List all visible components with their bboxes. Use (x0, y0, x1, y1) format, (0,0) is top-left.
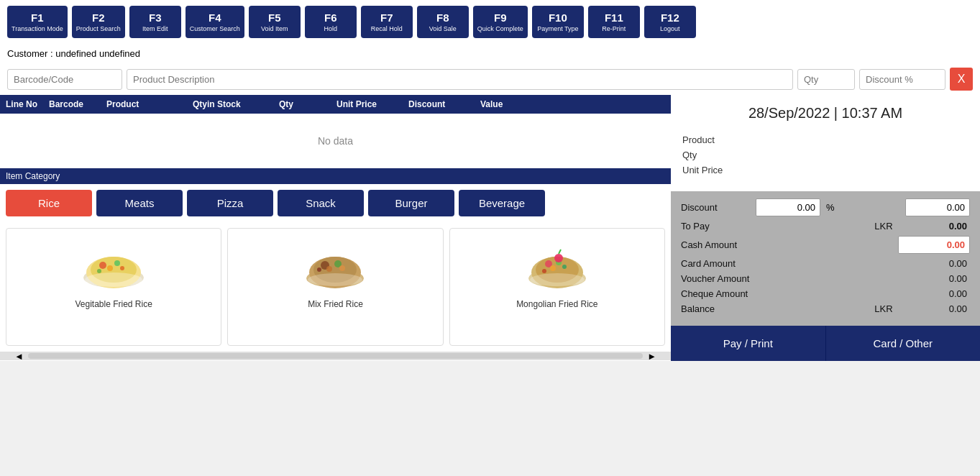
scrollbar-track[interactable] (28, 353, 643, 359)
fkey-f2[interactable]: F2Product Search (72, 6, 125, 38)
fkey-f11[interactable]: F11Re-Print (588, 6, 640, 38)
datetime-display: 28/Sep/2022 | 10:37 AM (671, 95, 980, 127)
discount-input[interactable] (859, 69, 945, 90)
fkey-label: F7 (380, 12, 393, 24)
fkey-f3[interactable]: F3Item Edit (129, 6, 181, 38)
fkey-desc: Hold (324, 25, 338, 32)
fkey-f4[interactable]: F4Customer Search (186, 6, 244, 38)
col-qtystock: Qtyin Stock (193, 99, 279, 109)
category-btn-pizza[interactable]: Pizza (187, 190, 273, 216)
fkey-f9[interactable]: F9Quick Complete (473, 6, 528, 38)
discount-row: Discount % (681, 198, 970, 216)
qty-input[interactable] (797, 69, 855, 90)
product-card-vfr[interactable]: Vegitable Fried Rice (6, 228, 221, 346)
fkey-desc: Recal Hold (371, 25, 403, 32)
item-category-label: Item Category (0, 168, 671, 184)
product-image-mgfr (521, 237, 593, 295)
scroll-left-arrow[interactable]: ◄ (14, 351, 24, 362)
balance-row: Balance LKR 0.00 (681, 303, 970, 314)
category-btn-beverage[interactable]: Beverage (459, 190, 545, 216)
cash-amount-input[interactable] (898, 236, 970, 254)
fkey-label: F5 (268, 12, 281, 24)
svg-point-8 (85, 273, 142, 287)
cash-amount-label: Cash Amount (681, 239, 898, 250)
col-barcode: Barcode (49, 99, 106, 109)
svg-line-27 (559, 250, 561, 254)
percent-symbol: % (826, 202, 835, 213)
fkey-label: F4 (209, 12, 221, 24)
svg-point-16 (317, 267, 321, 272)
card-other-button[interactable]: Card / Other (826, 326, 981, 361)
svg-point-15 (339, 265, 345, 271)
svg-point-17 (308, 273, 362, 286)
fkey-f8[interactable]: F8Void Sale (417, 6, 469, 38)
cash-amount-row: Cash Amount (681, 236, 970, 254)
customer-row: Customer : undefined undefined (0, 44, 980, 63)
fkeys-row: F1Transaction ModeF2Product SearchF3Item… (0, 0, 980, 44)
card-amount-value: 0.00 (898, 258, 970, 269)
no-data-text: No data (318, 135, 353, 147)
to-pay-currency: LKR (869, 221, 898, 232)
discount-amount-input[interactable] (756, 198, 820, 216)
card-amount-row: Card Amount 0.00 (681, 258, 970, 269)
fkey-desc: Void Item (261, 25, 288, 32)
voucher-amount-value: 0.00 (898, 273, 970, 284)
product-image-mfr (299, 237, 371, 295)
to-pay-row: To Pay LKR 0.00 (681, 221, 970, 232)
fkey-desc: Payment Type (537, 25, 578, 32)
category-btn-rice[interactable]: Rice (6, 190, 92, 216)
category-btn-meats[interactable]: Meats (96, 190, 183, 216)
fkey-label: F2 (92, 12, 105, 24)
svg-point-24 (562, 265, 567, 269)
product-grid-wrapper: Vegitable Fried Rice Mix Fried Rice (0, 222, 671, 352)
pay-print-button[interactable]: Pay / Print (671, 326, 826, 361)
product-grid: Vegitable Fried Rice Mix Fried Rice (0, 222, 671, 352)
col-product: Product (106, 99, 193, 109)
fkey-f6[interactable]: F6Hold (305, 6, 357, 38)
action-buttons: Pay / Print Card / Other (671, 326, 980, 361)
unitprice-row: Unit Price (682, 165, 968, 175)
horizontal-scrollbar[interactable]: ◄ ► (0, 352, 671, 360)
product-name-mgfr: Mongolian Fried Rice (516, 299, 597, 309)
product-card-mgfr[interactable]: Mongolian Fried Rice (449, 228, 665, 346)
fkey-desc: Quick Complete (477, 25, 523, 32)
col-value: Value (480, 99, 665, 109)
discount-label: Discount (681, 202, 753, 213)
left-panel: Line No Barcode Product Qtyin Stock Qty … (0, 95, 671, 361)
svg-point-7 (97, 269, 101, 273)
svg-point-28 (530, 273, 585, 286)
category-buttons: RiceMeatsPizzaSnackBurgerBeverage (0, 184, 671, 222)
fkey-f7[interactable]: F7Recal Hold (361, 6, 413, 38)
svg-point-14 (326, 266, 332, 272)
fkey-desc: Void Sale (429, 25, 457, 32)
voucher-amount-label: Voucher Amount (681, 273, 898, 284)
fkey-f10[interactable]: F10Payment Type (532, 6, 584, 38)
fkey-f12[interactable]: F12Logout (644, 6, 696, 38)
fkey-f1[interactable]: F1Transaction Mode (7, 6, 68, 38)
right-panel: 28/Sep/2022 | 10:37 AM Product Qty Unit … (671, 95, 980, 361)
category-btn-burger[interactable]: Burger (368, 190, 454, 216)
fkey-desc: Item Edit (142, 25, 168, 32)
svg-point-4 (114, 260, 120, 266)
category-btn-snack[interactable]: Snack (278, 190, 364, 216)
description-input[interactable] (127, 69, 793, 90)
svg-point-26 (554, 254, 563, 262)
fkey-desc: Customer Search (190, 25, 240, 32)
balance-value: 0.00 (898, 303, 970, 314)
scroll-right-arrow[interactable]: ► (647, 351, 656, 362)
fkey-f5[interactable]: F5Void Item (249, 6, 301, 38)
barcode-input[interactable] (7, 69, 122, 90)
svg-point-3 (99, 262, 106, 269)
search-row: X (0, 63, 980, 95)
fkey-desc: Re-Print (602, 25, 626, 32)
to-pay-label: To Pay (681, 221, 869, 232)
product-card-mfr[interactable]: Mix Fried Rice (227, 228, 443, 346)
clear-button[interactable]: X (950, 68, 973, 91)
discount-pct-input[interactable] (905, 198, 970, 216)
col-qty: Qty (279, 99, 336, 109)
to-pay-value: 0.00 (898, 221, 970, 232)
col-unitprice: Unit Price (336, 99, 408, 109)
product-info-box: Product Qty Unit Price (671, 127, 980, 191)
product-image-vfr (78, 237, 150, 295)
product-label: Product (682, 134, 769, 145)
